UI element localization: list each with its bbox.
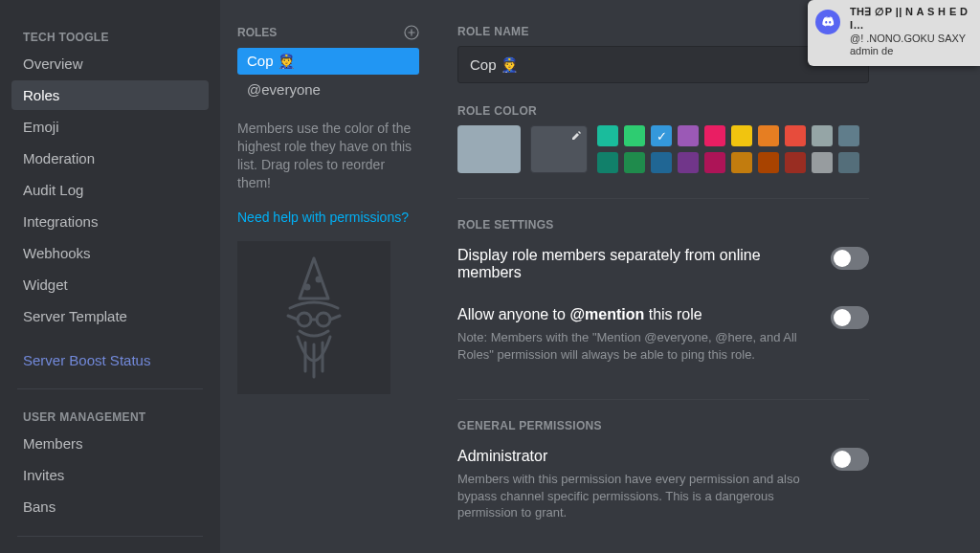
color-swatch[interactable] [812, 152, 833, 173]
nav-emoji[interactable]: Emoji [11, 112, 209, 142]
toast-line1: @! .NONO.GOKU SAXY [850, 33, 972, 46]
color-swatch[interactable] [624, 152, 645, 173]
color-palette: ✓ [597, 125, 859, 173]
setting-display-separately-title: Display role members separately from onl… [457, 247, 812, 281]
toggle-allow-mention[interactable] [831, 306, 869, 329]
color-swatch[interactable] [731, 152, 752, 173]
perm-administrator-desc: Members with this permission have every … [457, 471, 812, 521]
svg-point-3 [298, 313, 311, 326]
eyedropper-icon [570, 130, 582, 142]
color-swatch[interactable] [812, 125, 833, 146]
color-swatch[interactable] [731, 125, 752, 146]
color-swatch[interactable] [838, 125, 859, 146]
color-swatch[interactable] [758, 125, 779, 146]
default-color-swatch[interactable] [457, 125, 521, 173]
nav-members[interactable]: Members [11, 429, 209, 458]
toast-line2: admin de [850, 45, 972, 58]
toggle-administrator[interactable] [831, 448, 869, 471]
role-item-cop[interactable]: Cop 👮 [237, 48, 419, 75]
nav-audit-log[interactable]: Audit Log [11, 175, 209, 205]
color-swatch[interactable]: ✓ [651, 125, 672, 146]
color-swatch[interactable] [838, 152, 859, 173]
color-swatch[interactable] [597, 125, 618, 146]
nav-server-boost[interactable]: Server Boost Status [11, 345, 209, 375]
role-editor: ✕ ESC TH∃ ∅P || N A S H E D I… @! .NONO.… [433, 0, 980, 553]
role-item-everyone[interactable]: @everyone [237, 77, 419, 102]
permissions-help-link[interactable]: Need help with permissions? [237, 210, 409, 225]
color-swatch[interactable] [624, 125, 645, 146]
divider [17, 536, 203, 537]
svg-point-1 [305, 285, 309, 289]
setting-allow-mention-note: Note: Members with the "Mention @everyon… [457, 329, 812, 363]
nav-roles[interactable]: Roles [11, 80, 209, 110]
color-swatch[interactable] [678, 125, 699, 146]
section-header-user-mgmt: USER MANAGEMENT [11, 403, 209, 428]
color-swatch[interactable] [758, 152, 779, 173]
color-swatch[interactable] [704, 152, 725, 173]
nav-invites[interactable]: Invites [11, 460, 209, 490]
custom-color-swatch[interactable] [530, 125, 588, 173]
notification-toast[interactable]: TH∃ ∅P || N A S H E D I… @! .NONO.GOKU S… [808, 0, 980, 66]
nav-webhooks[interactable]: Webhooks [11, 238, 209, 268]
color-swatch[interactable] [704, 125, 725, 146]
color-swatch[interactable] [597, 152, 618, 173]
color-swatch[interactable] [785, 125, 806, 146]
check-icon: ✓ [651, 125, 672, 146]
svg-point-4 [317, 313, 330, 326]
add-role-icon[interactable] [404, 25, 419, 40]
roles-info-text: Members use the color of the highest rol… [237, 120, 419, 192]
setting-allow-mention-title: Allow anyone to @mention this role [457, 306, 812, 323]
section-header-server: TECH TOOGLE [11, 23, 209, 48]
role-settings-label: ROLE SETTINGS [457, 218, 942, 232]
color-swatch[interactable] [651, 152, 672, 173]
roles-header-label: ROLES [237, 26, 277, 39]
nav-integrations[interactable]: Integrations [11, 207, 209, 236]
settings-sidebar: TECH TOOGLE Overview Roles Emoji Moderat… [0, 0, 220, 553]
wizard-illustration [237, 241, 390, 394]
svg-point-2 [317, 277, 321, 281]
roles-column: ROLES Cop 👮 @everyone Members use the co… [220, 0, 433, 553]
perm-administrator-title: Administrator [457, 448, 812, 465]
nav-overview[interactable]: Overview [11, 49, 209, 78]
divider [17, 388, 203, 389]
toggle-display-separately[interactable] [831, 247, 869, 270]
nav-moderation[interactable]: Moderation [11, 144, 209, 173]
nav-bans[interactable]: Bans [11, 492, 209, 521]
general-permissions-label: GENERAL PERMISSIONS [457, 419, 942, 432]
nav-server-template[interactable]: Server Template [11, 301, 209, 331]
discord-icon [815, 10, 840, 34]
toast-title: TH∃ ∅P || N A S H E D I… [850, 6, 972, 33]
color-swatch[interactable] [678, 152, 699, 173]
role-color-label: ROLE COLOR [457, 104, 942, 118]
nav-widget[interactable]: Widget [11, 270, 209, 299]
color-swatch[interactable] [785, 152, 806, 173]
